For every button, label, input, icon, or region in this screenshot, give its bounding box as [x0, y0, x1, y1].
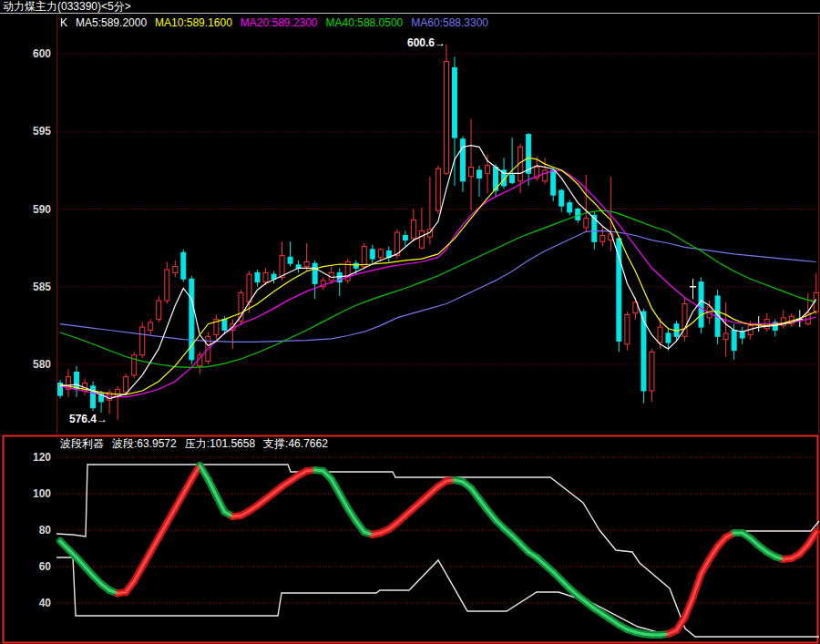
candle-body[interactable] [658, 327, 662, 342]
candle-body[interactable] [740, 332, 744, 338]
candle-body[interactable] [452, 67, 456, 138]
candle-body[interactable] [411, 220, 415, 238]
trading-app-window: 动力煤主力(033390)<5分> KMA5:589.2000MA10:589.… [0, 0, 820, 644]
candle-body[interactable] [313, 263, 317, 283]
candle-body[interactable] [181, 252, 186, 279]
candle-body[interactable] [173, 267, 178, 273]
candle-body[interactable] [559, 190, 564, 206]
candle-body[interactable] [576, 210, 580, 220]
candle-body[interactable] [510, 175, 515, 183]
candle-body[interactable] [124, 377, 128, 393]
chart-canvas[interactable] [0, 0, 820, 644]
candle-body[interactable] [263, 272, 268, 281]
candle-body[interactable] [255, 272, 260, 281]
candle-body[interactable] [625, 314, 630, 343]
candle-body[interactable] [370, 250, 374, 259]
candle-body[interactable] [378, 250, 383, 258]
candle-body[interactable] [699, 282, 703, 327]
candle-body[interactable] [288, 257, 292, 263]
candle-body[interactable] [469, 167, 474, 176]
candle-body[interactable] [444, 62, 448, 174]
candle-body[interactable] [272, 274, 276, 279]
candle-body[interactable] [149, 322, 153, 331]
candle-body[interactable] [91, 386, 96, 408]
candle-body[interactable] [543, 170, 548, 181]
candle-body[interactable] [436, 169, 440, 210]
candle-body[interactable] [354, 263, 358, 268]
candle-body[interactable] [157, 301, 161, 319]
candle-body[interactable] [247, 274, 251, 302]
candle-body[interactable] [75, 373, 79, 390]
candle-body[interactable] [280, 256, 284, 278]
sub-panel-border[interactable] [4, 436, 818, 643]
candle-body[interactable] [140, 327, 145, 355]
candle-body[interactable] [723, 333, 728, 340]
candle-body[interactable] [600, 235, 605, 241]
candle-body[interactable] [568, 203, 572, 212]
pressure-recent-line [734, 521, 819, 531]
candle-body[interactable] [551, 170, 556, 195]
candle-body[interactable] [165, 270, 169, 301]
candle-body[interactable] [486, 166, 490, 174]
candle-body[interactable] [527, 135, 531, 174]
candle-body[interactable] [362, 246, 366, 266]
candle-body[interactable] [419, 230, 424, 248]
candle-body[interactable] [584, 219, 589, 228]
candle-body[interactable] [304, 261, 309, 266]
candle-body[interactable] [460, 139, 465, 181]
candle-body[interactable] [222, 320, 227, 331]
candle-body[interactable] [666, 333, 671, 342]
candle-body[interactable] [403, 235, 407, 240]
candle-body[interactable] [732, 330, 736, 350]
candle-body[interactable] [650, 352, 654, 391]
candle-body[interactable] [477, 170, 482, 179]
